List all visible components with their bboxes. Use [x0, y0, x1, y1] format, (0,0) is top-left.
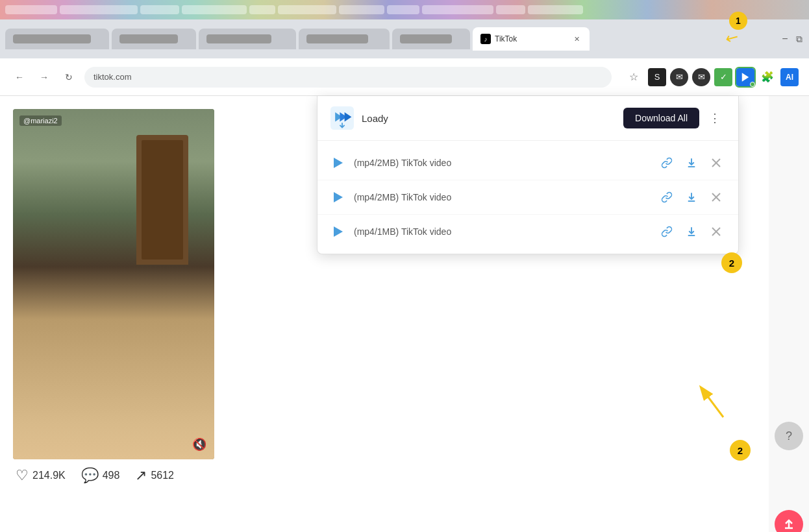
item-actions: [658, 188, 725, 206]
remove-button-1[interactable]: [707, 154, 725, 172]
comment-icon: 💬: [81, 467, 99, 484]
blurred-segment: [422, 5, 493, 14]
svg-marker-12: [334, 226, 343, 237]
copy-link-button[interactable]: [658, 223, 676, 241]
video-container[interactable]: @mariazi2 🔇: [13, 109, 214, 459]
tab-label: [306, 34, 368, 43]
item-actions: [658, 154, 725, 172]
play-icon[interactable]: [330, 155, 346, 171]
inactive-tab[interactable]: [392, 29, 470, 49]
ext-icon-shield[interactable]: ✓: [714, 68, 732, 86]
download-icon: [686, 226, 697, 237]
item-info: (mp4/1MB) TikTok video: [354, 226, 650, 237]
blurred-segment: [140, 5, 179, 14]
svg-marker-6: [334, 158, 343, 168]
close-icon: [712, 158, 721, 167]
item-format: (mp4/2MB): [354, 192, 399, 202]
link-icon: [661, 226, 673, 237]
inactive-tab[interactable]: [199, 29, 296, 49]
tab-close-button[interactable]: ✕: [571, 34, 582, 44]
item-format: (mp4/1MB): [354, 226, 399, 237]
remove-button-2[interactable]: [707, 188, 725, 206]
download-icon: [686, 157, 697, 169]
item-info: (mp4/2MB) TikTok video: [354, 158, 650, 168]
comments-count: 498: [103, 470, 120, 481]
tab-label: [13, 34, 91, 43]
tab-bar: ♪ TikTok ✕ − ⧉ 1 ↙: [0, 19, 809, 58]
svg-marker-9: [334, 192, 343, 202]
minimize-button[interactable]: −: [780, 34, 790, 43]
loady-items-list: (mp4/2MB) TikTok video: [317, 141, 738, 254]
likes-count: 214.9K: [32, 470, 66, 481]
list-item: (mp4/1MB) TikTok video: [317, 215, 738, 248]
loady-logo: [330, 106, 354, 130]
url-bar[interactable]: tiktok.com: [84, 67, 612, 88]
refresh-button[interactable]: ↻: [60, 68, 78, 86]
active-tab[interactable]: ♪ TikTok ✕: [473, 27, 590, 51]
blurred-segment: [278, 5, 336, 14]
back-button[interactable]: ←: [10, 68, 29, 86]
address-bar: ← → ↻ tiktok.com ☆ S ✉ ✉ ✓ 🧩 AI: [0, 58, 809, 96]
blurred-segment: [339, 5, 384, 14]
copy-link-button[interactable]: [658, 188, 676, 206]
close-icon: [712, 227, 721, 236]
scroll-top-button[interactable]: [775, 510, 803, 532]
ext-icon-3[interactable]: ✉: [692, 68, 710, 86]
download-button-2[interactable]: [682, 188, 701, 206]
ai-button[interactable]: AI: [780, 68, 799, 86]
comments-item[interactable]: 💬 498: [81, 467, 120, 484]
tiktok-favicon: ♪: [480, 34, 491, 44]
item-format: (mp4/2MB): [354, 158, 399, 168]
help-button[interactable]: ?: [775, 422, 803, 450]
inactive-tab[interactable]: [5, 29, 109, 49]
download-all-button[interactable]: Download All: [623, 108, 699, 128]
play-icon[interactable]: [330, 189, 346, 205]
door-shape: [136, 135, 188, 265]
right-panel: ?: [769, 96, 809, 532]
loady-logo-icon: [330, 106, 354, 130]
loady-extension-icon[interactable]: [736, 68, 754, 86]
remove-button-3[interactable]: [707, 223, 725, 241]
copy-link-button[interactable]: [658, 154, 676, 172]
likes-item[interactable]: ♡ 214.9K: [16, 467, 66, 484]
play-triangle-icon: [334, 158, 343, 168]
tab-title: TikTok: [495, 34, 567, 43]
share-icon: ↗: [135, 467, 147, 484]
maximize-button[interactable]: ⧉: [795, 34, 804, 43]
loady-popup: Loady Download All ⋮ (mp4/2MB) TikTok vi…: [317, 96, 739, 254]
play-triangle-icon: [334, 226, 343, 237]
loady-header-actions: Download All ⋮: [623, 108, 725, 128]
active-indicator: [750, 82, 755, 87]
play-icon[interactable]: [330, 224, 346, 239]
puzzle-icon[interactable]: 🧩: [758, 68, 777, 86]
tab-label: [400, 34, 452, 43]
tab-label: [119, 34, 178, 43]
blurred-segment: [5, 5, 57, 14]
list-item: (mp4/2MB) TikTok video: [317, 180, 738, 215]
blurred-segment: [182, 5, 247, 14]
more-options-button[interactable]: ⋮: [704, 108, 725, 128]
play-triangle-icon: [334, 192, 343, 202]
blurred-tab-bar: [0, 0, 809, 19]
window-controls: − ⧉: [780, 34, 804, 43]
shares-item[interactable]: ↗ 5612: [135, 467, 174, 484]
item-info: (mp4/2MB) TikTok video: [354, 192, 650, 202]
download-button-3[interactable]: [682, 223, 701, 241]
bookmark-icon[interactable]: ☆: [623, 67, 644, 88]
shares-count: 5612: [151, 470, 174, 481]
tab-label: [206, 34, 271, 43]
loady-header: Loady Download All ⋮: [317, 96, 738, 141]
annotation-badge-2: 2: [721, 252, 742, 273]
video-mute-icon[interactable]: 🔇: [192, 437, 206, 452]
loady-title: Loady: [362, 113, 388, 124]
inactive-tab[interactable]: [299, 29, 390, 49]
list-item: (mp4/2MB) TikTok video: [317, 146, 738, 180]
ext-icon-1[interactable]: S: [648, 68, 666, 86]
forward-button[interactable]: →: [35, 68, 53, 86]
download-icon: [686, 191, 697, 203]
ext-icon-2[interactable]: ✉: [670, 68, 688, 86]
download-button-1[interactable]: [682, 154, 701, 172]
item-name: TikTok video: [401, 192, 451, 202]
toolbar-icons: ☆ S ✉ ✉ ✓ 🧩 AI: [623, 67, 799, 88]
inactive-tab[interactable]: [112, 29, 196, 49]
